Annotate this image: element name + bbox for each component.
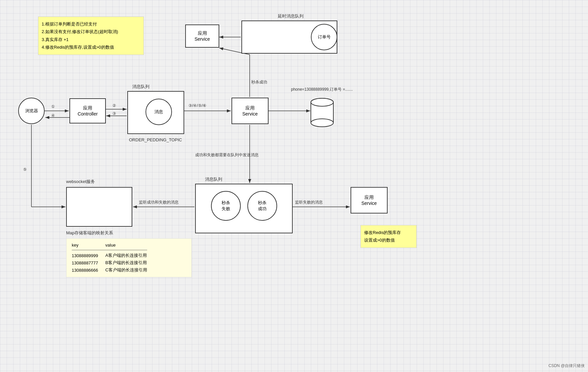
svg-point-20: [311, 119, 333, 127]
mq-box-2: [195, 184, 293, 233]
app-service-top-node: 应用 Service: [231, 98, 269, 124]
table-note: key value 13088889999 A客户端的长连接引用 1308888…: [66, 238, 192, 277]
top-left-note: 1.根据订单判断是否已经支付 2.如果没有支付,修改订单状态(超时取消) 3.真…: [38, 17, 144, 55]
step1-label: ①: [51, 104, 55, 109]
browser-node: 浏览器: [18, 98, 45, 124]
watermark: CSDN @自律只猪侠: [548, 363, 585, 369]
websocket-box: [66, 187, 132, 227]
app-service-small-node: 应用 Service: [185, 24, 219, 48]
seckill-success-arrow-label: 秒杀成功: [251, 79, 267, 85]
phone-info-label: phone=13088889999,订单号 =.......: [291, 87, 353, 92]
cylinder-top: [310, 98, 334, 127]
listen-fail-label: 监听失败的消息: [295, 200, 323, 205]
step3-label: ③: [112, 111, 116, 116]
map-label: Map存储客端的映射关系: [66, 230, 113, 236]
step2-label: ②: [112, 103, 116, 108]
message-circle: 消息: [146, 99, 172, 125]
success-fail-msg-label: 成功和失败都需要在队列中发送消息: [195, 152, 259, 158]
svg-point-21: [311, 98, 333, 106]
bottom-right-note: 修改Redis的预库存 设置成>0的数值: [360, 225, 417, 248]
step4-label: ④: [51, 113, 55, 118]
delay-queue-label: 延时消息队列: [278, 13, 304, 19]
listen-success-fail-label: 监听成功和失败的消息: [139, 200, 179, 205]
seckill-fail-circle: 秒杀失败: [211, 191, 241, 221]
step345-label: ③/④/⑤/⑥: [189, 103, 206, 108]
mq1-label: 消息队列: [132, 84, 149, 90]
app-service-bottom-node: 应用 Service: [351, 187, 388, 213]
order-topic-label: ORDER_PEDDING_TOPIC: [129, 137, 182, 142]
websocket-service-label: websocket服务: [66, 179, 95, 185]
seckill-success-circle: 秒杀成功: [247, 191, 277, 221]
mq2-label: 消息队列: [205, 176, 222, 182]
step5-label: ⑤: [23, 167, 27, 172]
order-circle: 订单号: [311, 24, 337, 50]
app-controller-node: 应用 Controller: [69, 98, 106, 123]
